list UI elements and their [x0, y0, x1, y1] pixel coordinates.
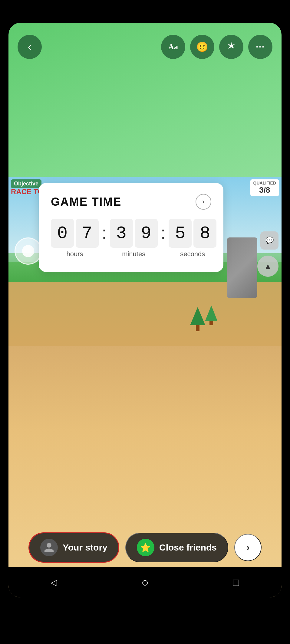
- avatar-icon: [43, 542, 55, 553]
- minutes-digit-2: 9: [135, 219, 158, 248]
- text-button[interactable]: Aa: [161, 35, 185, 59]
- android-back-icon: ◁: [51, 577, 57, 587]
- minutes-group: 3 9 minutes: [110, 219, 158, 258]
- hours-label: hours: [66, 250, 83, 258]
- text-icon: Aa: [168, 42, 178, 51]
- seconds-label: seconds: [180, 250, 205, 258]
- stone-decoration: [227, 237, 257, 298]
- close-friends-label: Close friends: [159, 542, 217, 553]
- next-button[interactable]: ›: [234, 534, 262, 561]
- back-icon: ‹: [28, 41, 31, 53]
- arrow-right-icon: ›: [202, 198, 204, 206]
- colon-separator-2: :: [158, 219, 169, 243]
- chat-icon: 💬: [265, 237, 274, 244]
- android-back-button[interactable]: ◁: [45, 573, 63, 591]
- time-display: 0 7 hours : 3 9 minutes : 5 8: [51, 219, 211, 258]
- sticker-button[interactable]: 🙂: [190, 35, 214, 59]
- joystick-inner: [22, 245, 34, 257]
- android-recents-icon: □: [233, 577, 239, 588]
- android-home-button[interactable]: ○: [136, 573, 154, 591]
- your-story-label: Your story: [63, 542, 107, 553]
- seconds-digit-2: 8: [193, 219, 216, 248]
- minutes-label: minutes: [122, 250, 145, 258]
- android-recents-button[interactable]: □: [227, 573, 245, 591]
- toolbar: ‹ Aa 🙂 ···: [8, 23, 282, 62]
- tree-decoration: [205, 306, 217, 325]
- story-avatar: [40, 539, 58, 556]
- widget-title: GAME TIME: [51, 195, 121, 208]
- more-button[interactable]: ···: [248, 35, 272, 59]
- widget-arrow-button[interactable]: ›: [196, 194, 211, 210]
- minutes-digit-1: 3: [110, 219, 133, 248]
- tree-decoration: [190, 307, 205, 331]
- bottom-bar: Your story ⭐ Close friends ›: [8, 528, 282, 567]
- seconds-group: 5 8 seconds: [169, 219, 216, 258]
- back-button[interactable]: ‹: [18, 35, 42, 59]
- game-chat-button[interactable]: 💬: [260, 231, 278, 250]
- close-friends-button[interactable]: ⭐ Close friends: [125, 533, 228, 562]
- hours-digit-2: 7: [76, 219, 99, 248]
- widget-header: GAME TIME ›: [51, 194, 211, 210]
- effects-icon: [226, 41, 236, 53]
- sticker-icon: 🙂: [196, 41, 208, 53]
- next-arrow-icon: ›: [246, 541, 250, 554]
- game-up-button[interactable]: ▲: [257, 256, 278, 277]
- effects-button[interactable]: [219, 35, 243, 59]
- seconds-digits: 5 8: [169, 219, 216, 248]
- android-home-icon: ○: [141, 576, 149, 589]
- game-joystick[interactable]: [15, 237, 42, 265]
- star-icon: ⭐: [140, 543, 151, 553]
- friends-icon: ⭐: [137, 539, 154, 556]
- hours-group: 0 7 hours: [51, 219, 99, 258]
- your-story-button[interactable]: Your story: [28, 532, 119, 563]
- hours-digit-1: 0: [51, 219, 74, 248]
- game-qualified-badge: QUALIFIED 3/8: [250, 179, 279, 196]
- hours-digits: 0 7: [51, 219, 99, 248]
- seconds-digit-1: 5: [169, 219, 192, 248]
- colon-separator-1: :: [99, 219, 110, 243]
- android-nav-bar: ◁ ○ □: [8, 567, 282, 597]
- minutes-digits: 3 9: [110, 219, 158, 248]
- more-icon: ···: [256, 42, 265, 52]
- up-arrow-icon: ▲: [264, 262, 272, 271]
- game-objective-label: Objective: [11, 179, 41, 188]
- game-time-widget: GAME TIME › 0 7 hours : 3 9 minu: [39, 183, 223, 272]
